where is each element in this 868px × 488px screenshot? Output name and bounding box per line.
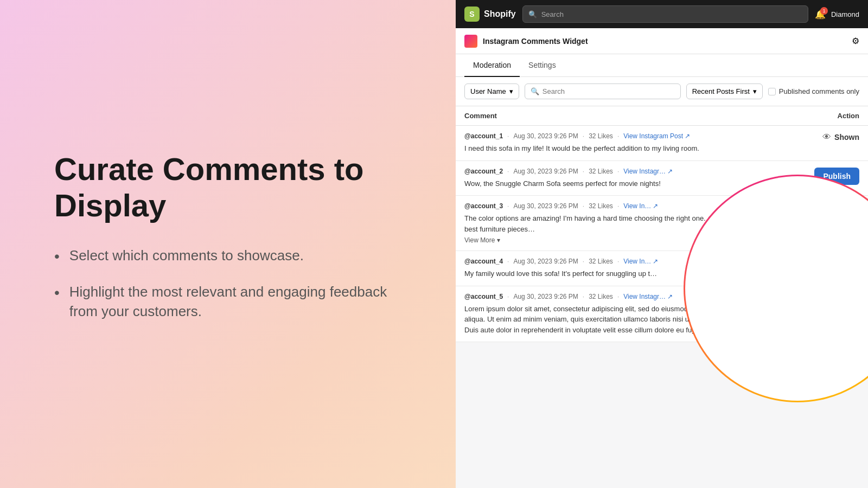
published-filter[interactable]: Published comments only	[768, 87, 859, 95]
account-name: @account_2	[464, 168, 503, 175]
external-link-icon: ↗	[653, 258, 658, 265]
right-panel: S Shopify 🔍 Search 🔔 1 Diamond Instagram…	[456, 0, 868, 488]
hidden-icon: 🚫	[820, 202, 831, 213]
nav-actions: 🔔 1 Diamond	[815, 9, 859, 20]
comment-text: Wow, the Snuggle Charm Sofa seems perfec…	[464, 178, 808, 189]
comment-meta: @account_1 · Aug 30, 2023 9:26 PM · 32 L…	[464, 132, 816, 140]
main-content: User Name ▾ 🔍 Recent Posts First ▾ Publi…	[456, 77, 868, 488]
sort-filter[interactable]: Recent Posts First ▾	[686, 84, 763, 99]
likes-count: 32 Likes	[589, 258, 613, 265]
external-link-icon: ↗	[667, 293, 673, 300]
view-instagram-link[interactable]: View In… ↗	[623, 258, 658, 265]
search-filter[interactable]: 🔍	[525, 84, 681, 99]
view-instagram-link[interactable]: View Instagr… ↗	[623, 293, 673, 300]
account-name: @account_5	[464, 293, 503, 300]
comment-date: Aug 30, 2023 9:26 PM	[513, 168, 578, 175]
shopify-search-bar[interactable]: 🔍 Search	[522, 5, 808, 23]
eye-icon: 👁	[822, 132, 831, 142]
col-action-header: Action	[794, 112, 859, 120]
action-shown[interactable]: Shown	[834, 133, 859, 142]
user-name-label: User Name	[470, 87, 506, 95]
chevron-down-icon: ▾	[753, 87, 757, 95]
action-hidden[interactable]: Hidden	[834, 203, 859, 212]
app-header: Instagram Comments Widget ⚙	[456, 28, 868, 54]
account-name: @account_4	[464, 258, 503, 265]
comments-table: Comment Action @account_1 · Aug 30, 2023…	[456, 106, 868, 342]
table-row: @account_2 · Aug 30, 2023 9:26 PM · 32 L…	[456, 161, 868, 196]
app-title: Instagram Comments Widget	[483, 37, 588, 46]
view-instagram-link[interactable]: View Instagr… ↗	[623, 168, 673, 175]
notification-bell[interactable]: 🔔 1	[815, 9, 826, 20]
view-instagram-link[interactable]: View Instagram Post ↗	[623, 132, 690, 140]
likes-count: 32 Likes	[589, 168, 613, 175]
comment-date: Aug 30, 2023 9:26 PM	[513, 202, 578, 210]
comment-meta: @account_4 · Aug 30, 2023 9:26 PM · 32 L…	[464, 258, 781, 265]
comment-meta: @account_5 · Aug 30, 2023 9:26 PM · 32 L…	[464, 293, 816, 300]
shopify-logo-text: Shopify	[484, 9, 516, 19]
comment-date: Aug 30, 2023 9:26 PM	[513, 293, 578, 300]
search-icon: 🔍	[531, 87, 539, 95]
comment-text: The color options are amazing! I'm havin…	[464, 213, 813, 234]
comment-meta: @account_2 · Aug 30, 2023 9:26 PM · 32 L…	[464, 168, 808, 175]
shopify-nav: S Shopify 🔍 Search 🔔 1 Diamond	[456, 0, 868, 28]
table-row: @account_3 · Aug 30, 2023 9:26 PM · 32 L…	[456, 196, 868, 251]
app-header-actions: ⚙	[852, 36, 859, 46]
shopify-logo: S Shopify	[464, 7, 516, 22]
tab-moderation[interactable]: Moderation	[464, 54, 520, 77]
main-title: Curate Comments to Display	[54, 151, 412, 223]
sort-label: Recent Posts First	[692, 87, 750, 95]
col-comment-header: Comment	[464, 112, 794, 120]
tabs-bar: Moderation Settings	[456, 54, 868, 77]
comment-text: I need this sofa in my life! It would be…	[464, 143, 816, 154]
comment-date: Aug 30, 2023 9:26 PM	[513, 132, 578, 140]
likes-count: 32 Likes	[589, 202, 613, 210]
published-checkbox[interactable]	[768, 88, 776, 95]
bullet-item-2: Highlight the most relevant and engaging…	[54, 282, 412, 322]
table-row: @account_4 · Aug 30, 2023 9:26 PM · 32 L…	[456, 251, 868, 286]
comment-meta: @account_3 · Aug 30, 2023 9:26 PM · 32 L…	[464, 202, 813, 210]
bullet-list: Select which comments to showcase. Highl…	[54, 246, 412, 337]
table-row: @account_1 · Aug 30, 2023 9:26 PM · 32 L…	[456, 126, 868, 161]
account-name[interactable]: Diamond	[831, 10, 859, 18]
search-input[interactable]	[542, 87, 675, 95]
table-row: @account_5 · Aug 30, 2023 9:26 PM · 32 L…	[456, 286, 868, 343]
account-name: @account_3	[464, 202, 503, 210]
view-more-button[interactable]: View More ▾	[464, 236, 813, 244]
table-header: Comment Action	[456, 106, 868, 126]
external-link-icon: ↗	[685, 132, 690, 140]
tab-settings[interactable]: Settings	[520, 54, 565, 77]
published-label: Published comments only	[779, 87, 859, 95]
likes-count: 32 Likes	[589, 293, 613, 300]
app-icon	[464, 35, 477, 48]
external-link-icon: ↗	[653, 202, 658, 210]
likes-count: 32 Likes	[589, 132, 613, 140]
action-shown-2[interactable]: Shown	[834, 293, 859, 302]
settings-icon[interactable]: ⚙	[852, 36, 859, 46]
eye-icon: 👁	[822, 293, 831, 303]
chevron-down-icon: ▾	[497, 236, 500, 244]
the-text: the	[787, 262, 799, 272]
publish-button[interactable]: Publish	[814, 168, 859, 185]
comment-text: Lorem ipsum dolor sit amet, consectetur …	[464, 304, 816, 336]
view-instagram-link[interactable]: View In… ↗	[623, 202, 658, 210]
account-name: @account_1	[464, 132, 503, 140]
chevron-down-icon: ▾	[509, 87, 513, 95]
search-placeholder-text: Search	[541, 10, 564, 18]
comment-date: Aug 30, 2023 9:26 PM	[513, 258, 578, 265]
shopify-logo-icon: S	[464, 7, 480, 22]
notification-badge: 1	[820, 7, 828, 15]
left-panel: Curate Comments to Display Select which …	[0, 0, 456, 488]
search-icon: 🔍	[528, 10, 537, 18]
user-name-filter[interactable]: User Name ▾	[464, 84, 519, 99]
comment-text: My family would love this sofa! It's per…	[464, 268, 781, 279]
unpublish-button[interactable]: Unpublish	[804, 258, 859, 276]
bullet-item-1: Select which comments to showcase.	[54, 246, 412, 267]
filter-bar: User Name ▾ 🔍 Recent Posts First ▾ Publi…	[456, 77, 868, 106]
external-link-icon: ↗	[667, 168, 673, 175]
